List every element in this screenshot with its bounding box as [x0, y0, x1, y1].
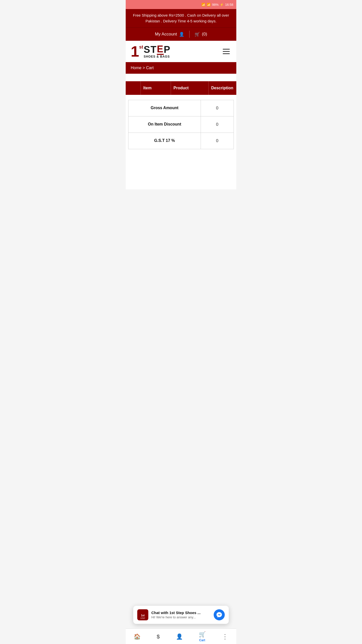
- account-label: My Account: [155, 32, 177, 37]
- breadcrumb-current: Cart: [146, 66, 154, 70]
- col-check: [126, 81, 141, 95]
- status-icons: 📶 📶 98% ⚡ 16:58: [201, 3, 233, 7]
- logo-right: ST E P SHOES & BAGS: [144, 44, 170, 58]
- logo-number: 1: [131, 45, 139, 58]
- summary-row-gst: G.S.T 17 % 0: [128, 133, 234, 149]
- discount-value: 0: [201, 116, 234, 133]
- signal-icon: 📶: [207, 3, 211, 7]
- promo-text: Free Shipping above Rs=2500 . Cash on De…: [133, 13, 229, 23]
- col-item: Item: [141, 81, 171, 95]
- hamburger-line-3: [223, 53, 230, 54]
- hamburger-menu[interactable]: [221, 47, 231, 56]
- summary-table: Gross Amount 0 On Item Discount 0 G.S.T …: [128, 100, 234, 149]
- hamburger-line-1: [223, 49, 230, 50]
- gst-value: 0: [201, 133, 234, 149]
- breadcrumb-separator: >: [143, 66, 145, 70]
- my-account-button[interactable]: My Account 👤: [155, 32, 189, 37]
- gross-amount-label: Gross Amount: [128, 100, 201, 116]
- breadcrumb-home[interactable]: Home: [131, 66, 142, 70]
- promo-banner: Free Shipping above Rs=2500 . Cash on De…: [126, 9, 236, 28]
- col-description: Description: [209, 81, 236, 95]
- cart-table-header: Item Product Description Quanti...: [126, 81, 236, 95]
- logo-st: ST: [144, 45, 157, 54]
- status-bar: 📶 📶 98% ⚡ 16:58: [126, 0, 236, 9]
- time-text: 16:58: [225, 3, 233, 7]
- discount-label: On Item Discount: [128, 116, 201, 133]
- cart-icon: 🛒: [195, 32, 200, 37]
- hamburger-line-2: [223, 51, 230, 52]
- battery-text: 98%: [212, 3, 218, 7]
- wifi-icon: 📶: [201, 3, 205, 7]
- col-product: Product: [171, 81, 209, 95]
- battery-icon: ⚡: [220, 3, 224, 7]
- gst-label: G.S.T 17 %: [128, 133, 201, 149]
- nav-bar: My Account 👤 🛒 (0): [126, 28, 236, 41]
- logo-superscript: st: [139, 45, 143, 49]
- breadcrumb: Home > Cart: [126, 62, 236, 74]
- logo[interactable]: 1 st ST E P SHOES & BAGS: [131, 44, 171, 58]
- cart-button[interactable]: 🛒 (0): [190, 32, 207, 37]
- account-icon: 👤: [179, 32, 184, 37]
- summary-row-gross: Gross Amount 0: [128, 100, 234, 116]
- logo-p: P: [164, 45, 170, 54]
- logo-tagline: SHOES & BAGS: [144, 55, 170, 58]
- site-header: 1 st ST E P SHOES & BAGS: [126, 41, 236, 62]
- cart-count: (0): [202, 32, 207, 37]
- summary-row-discount: On Item Discount 0: [128, 116, 234, 133]
- main-content: Item Product Description Quanti... Gross…: [126, 74, 236, 189]
- logo-e: E: [157, 44, 164, 55]
- gross-amount-value: 0: [201, 100, 234, 116]
